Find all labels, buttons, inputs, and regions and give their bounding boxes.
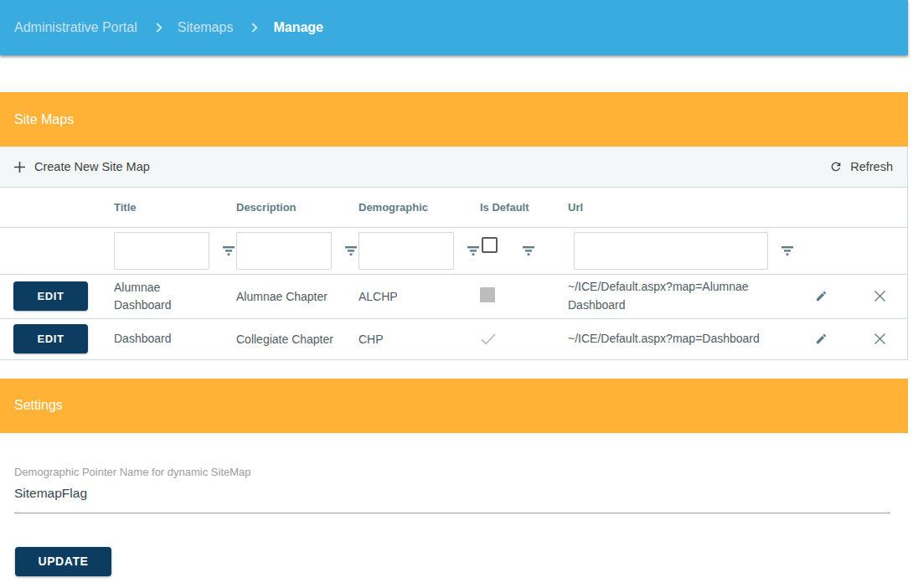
create-new-sitemap-label: Create New Site Map (34, 160, 150, 173)
sitemaps-section-title: Site Maps (14, 112, 74, 127)
filter-url-input[interactable] (574, 232, 768, 270)
description-cell: Collegiate Chapter (231, 318, 353, 359)
refresh-button[interactable]: Refresh (829, 160, 893, 173)
title-cell: Dashboard (114, 330, 208, 348)
demographic-cell: CHP (353, 318, 475, 359)
filter-is-default-checkbox[interactable] (482, 237, 498, 253)
close-icon (874, 290, 886, 302)
create-new-sitemap-button[interactable]: Create New Site Map (14, 160, 150, 173)
filter-icon (467, 246, 479, 255)
settings-body: Demographic Pointer Name for dynamic Sit… (0, 433, 908, 576)
sitemaps-section: Site Maps Create New Site Map Refresh (0, 92, 908, 360)
title-cell: Alumnae Dashboard (114, 279, 208, 314)
breadcrumb-item-administrative-portal[interactable]: Administrative Portal (14, 20, 137, 35)
col-header-edit (0, 188, 109, 227)
col-header-actions1 (803, 188, 849, 227)
settings-section: Settings Demographic Pointer Name for dy… (0, 379, 908, 576)
is-default-check[interactable] (480, 333, 558, 346)
filter-icon (223, 246, 235, 255)
edit-pencil-button[interactable] (808, 333, 843, 345)
url-cell: ~/ICE/Default.aspx?map=Alumnae Dashboard (568, 278, 798, 314)
breadcrumb-item-manage: Manage (273, 20, 323, 35)
demographic-pointer-input[interactable] (14, 486, 890, 501)
plus-icon (14, 162, 25, 173)
description-cell: Alumnae Chapter (231, 274, 353, 318)
demographic-cell: ALCHP (353, 274, 475, 318)
settings-section-title: Settings (14, 398, 63, 413)
pencil-icon (815, 333, 828, 345)
demographic-pointer-field: Demographic Pointer Name for dynamic Sit… (14, 433, 890, 513)
filter-title-menu-button[interactable] (223, 246, 235, 255)
table-row: EDIT Alumnae Dashboard Alumnae Chapter A… (0, 274, 907, 318)
update-button[interactable]: UPDATE (15, 547, 111, 576)
table-row: EDIT Dashboard Collegiate Chapter CHP ~/… (0, 318, 907, 359)
col-header-actions2 (849, 188, 907, 227)
url-cell: ~/ICE/Default.aspx?map=Dashboard (568, 330, 798, 348)
filter-demographic-input[interactable] (358, 232, 454, 270)
col-header-demographic[interactable]: Demographic (353, 188, 475, 227)
filter-icon (781, 246, 793, 255)
delete-button[interactable] (854, 290, 902, 302)
settings-section-header: Settings (0, 379, 908, 433)
filter-title-input[interactable] (114, 232, 209, 270)
chevron-right-icon (152, 23, 162, 32)
filter-is-default-menu-button[interactable] (523, 246, 534, 255)
col-header-url[interactable]: Url (563, 188, 803, 227)
grid-header-row: Title Description Demographic Is Default… (0, 188, 907, 227)
edit-button[interactable]: EDIT (13, 281, 88, 311)
filter-demographic-menu-button[interactable] (467, 246, 479, 255)
col-header-description[interactable]: Description (231, 188, 353, 227)
demographic-pointer-label: Demographic Pointer Name for dynamic Sit… (14, 433, 890, 478)
col-header-title[interactable]: Title (109, 188, 231, 227)
close-icon (874, 333, 886, 345)
breadcrumb: Administrative Portal Sitemaps Manage (14, 20, 323, 35)
page: Administrative Portal Sitemaps Manage Si… (0, 0, 908, 576)
edit-pencil-button[interactable] (808, 290, 843, 302)
filter-icon (345, 246, 357, 255)
sitemaps-grid: Title Description Demographic Is Default… (0, 188, 908, 360)
grid-filter-row (0, 227, 907, 274)
filter-url-menu-button[interactable] (781, 246, 793, 255)
delete-button[interactable] (854, 333, 902, 345)
chevron-right-icon (249, 23, 258, 32)
app-bar: Administrative Portal Sitemaps Manage (0, 0, 908, 55)
check-icon (480, 333, 497, 346)
col-header-is-default[interactable]: Is Default (475, 188, 563, 227)
filter-icon (523, 246, 534, 255)
pencil-icon (815, 290, 828, 302)
refresh-icon (829, 160, 843, 173)
is-default-checkbox-indeterminate[interactable] (480, 287, 495, 302)
filter-description-menu-button[interactable] (345, 246, 357, 255)
sitemaps-section-header: Site Maps (0, 92, 908, 147)
edit-button[interactable]: EDIT (13, 324, 88, 353)
filter-description-input[interactable] (236, 232, 332, 270)
refresh-label: Refresh (850, 160, 893, 173)
breadcrumb-item-sitemaps[interactable]: Sitemaps (178, 20, 234, 35)
sitemaps-toolbar: Create New Site Map Refresh (0, 147, 908, 188)
